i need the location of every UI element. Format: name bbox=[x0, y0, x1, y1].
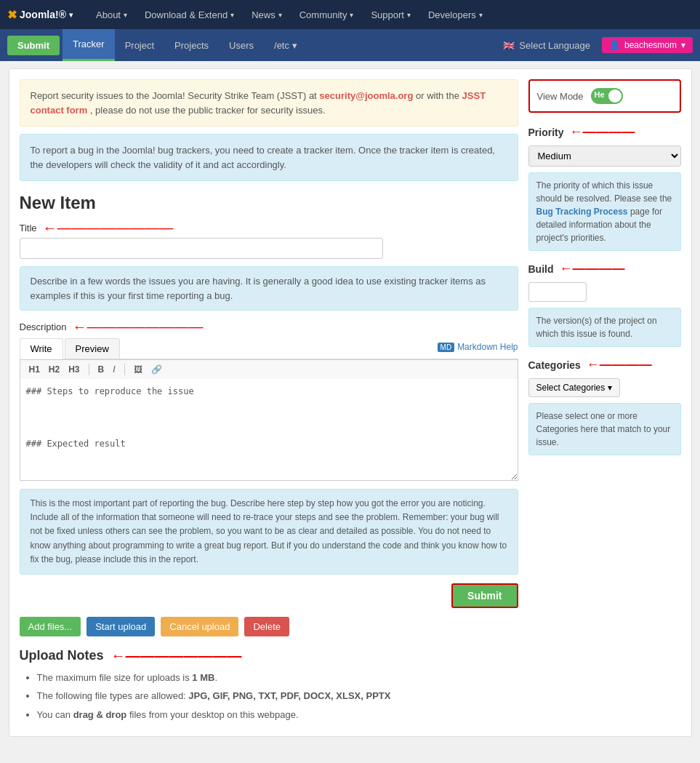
build-input[interactable] bbox=[528, 282, 587, 302]
info-alert: To report a bug in the Joomla! bug track… bbox=[20, 134, 518, 181]
toolbar-bold[interactable]: B bbox=[95, 363, 108, 376]
news-chevron: ▾ bbox=[278, 11, 282, 19]
desc-arrow: ←———————— bbox=[73, 319, 204, 334]
title-input[interactable] bbox=[20, 238, 383, 259]
toolbar-h2[interactable]: H2 bbox=[46, 363, 63, 376]
submit-button[interactable]: Submit bbox=[7, 36, 60, 55]
username-label: beachesmom bbox=[624, 40, 677, 50]
developers-chevron: ▾ bbox=[479, 11, 483, 19]
security-email[interactable]: security@joomla.org bbox=[319, 90, 413, 101]
title-label: Title bbox=[20, 223, 37, 233]
markdown-help-link[interactable]: MD Markdown Help bbox=[438, 342, 518, 355]
toolbar-image[interactable]: 🖼 bbox=[131, 363, 145, 376]
page-title: New Item bbox=[20, 193, 518, 213]
categories-select-btn[interactable]: Select Categories ▾ bbox=[528, 378, 621, 397]
priority-info: The priority of which this issue should … bbox=[528, 172, 681, 251]
toolbar-sep-2 bbox=[124, 364, 125, 375]
site-logo[interactable]: ✖ Joomla!® ▾ bbox=[7, 8, 73, 22]
subnav-etc[interactable]: /etc ▾ bbox=[264, 29, 307, 61]
user-chevron: ▾ bbox=[681, 40, 685, 50]
subnav-right: 🇬🇧 Select Language 👤 beachesmom ▾ bbox=[503, 37, 693, 53]
logo-text: Joomla!® bbox=[20, 9, 66, 20]
add-files-button[interactable]: Add files... bbox=[20, 617, 81, 636]
start-upload-button[interactable]: Start upload bbox=[87, 617, 155, 636]
desc-label-row: Description ←———————— bbox=[20, 319, 518, 334]
flag-icon: 🇬🇧 bbox=[503, 40, 515, 51]
upload-notes-arrow: ←———————— bbox=[111, 648, 242, 663]
tab-write[interactable]: Write bbox=[20, 338, 63, 359]
priority-title: Priority bbox=[528, 127, 564, 138]
toolbar-link[interactable]: 🔗 bbox=[148, 363, 165, 376]
upload-notes: Upload Notes ←———————— The maximum file … bbox=[20, 648, 518, 722]
security-alert: Report security issues to the Joomla! Se… bbox=[20, 79, 518, 127]
build-section: Build ←———— The version(s) of the projec… bbox=[528, 261, 681, 347]
upload-notes-list: The maximum file size for uploads is 1 M… bbox=[20, 671, 518, 722]
community-chevron: ▾ bbox=[350, 11, 353, 19]
info-text: To report a bug in the Joomla! bug track… bbox=[31, 145, 495, 170]
upload-note-1: The maximum file size for uploads is 1 M… bbox=[37, 671, 518, 685]
cancel-upload-button[interactable]: Cancel upload bbox=[161, 617, 238, 636]
upload-notes-title: Upload Notes bbox=[20, 648, 104, 663]
nav-developers[interactable]: Developers ▾ bbox=[419, 0, 491, 29]
tab-preview[interactable]: Preview bbox=[65, 338, 120, 359]
subnav-tracker[interactable]: Tracker bbox=[63, 29, 115, 61]
toolbar-h1[interactable]: H1 bbox=[26, 363, 43, 376]
categories-section: Categories ←———— Select Categories ▾ Ple… bbox=[528, 357, 681, 455]
desc-hint: This is the most important part of repor… bbox=[20, 489, 518, 575]
security-text-3: , please do not use the public tracker f… bbox=[90, 105, 326, 116]
description-editor[interactable]: ### Steps to reproduce the issue ### Exp… bbox=[20, 379, 518, 481]
markdown-icon: MD bbox=[438, 343, 455, 352]
priority-arrow: ←———— bbox=[570, 124, 635, 140]
editor-tabs: Write Preview MD Markdown Help bbox=[20, 338, 518, 359]
support-chevron: ▾ bbox=[407, 11, 411, 19]
toggle-track[interactable]: He bbox=[591, 88, 623, 104]
right-panel: View Mode He Priority ←———— bbox=[528, 79, 681, 726]
upload-note-2: The following file types are allowed: JP… bbox=[37, 689, 518, 703]
categories-info: Please select one or more Categories her… bbox=[528, 403, 681, 455]
subnav-users[interactable]: Users bbox=[219, 29, 264, 61]
categories-title: Categories bbox=[528, 359, 581, 371]
upload-buttons: Add files... Start upload Cancel upload … bbox=[20, 617, 518, 636]
title-arrow: ←———————— bbox=[43, 220, 174, 235]
lang-label: Select Language bbox=[519, 40, 590, 51]
title-label-row: Title ←———————— bbox=[20, 220, 518, 235]
nav-support[interactable]: Support ▾ bbox=[362, 0, 419, 29]
toolbar-italic[interactable]: I bbox=[110, 363, 118, 376]
toolbar-sep-1 bbox=[89, 364, 89, 375]
security-text-1: Report security issues to the Joomla! Se… bbox=[31, 90, 320, 101]
left-panel: Report security issues to the Joomla! Se… bbox=[20, 79, 518, 726]
language-selector[interactable]: 🇬🇧 Select Language bbox=[503, 40, 590, 51]
editor-toolbar: H1 H2 H3 B I 🖼 🔗 bbox=[20, 359, 518, 379]
subnav-project[interactable]: Project bbox=[115, 29, 164, 61]
download-chevron: ▾ bbox=[230, 11, 234, 19]
desc-label: Description bbox=[20, 321, 67, 332]
sub-navigation: Submit Tracker Project Projects Users /e… bbox=[0, 29, 700, 61]
submit-row: Submit bbox=[20, 583, 518, 608]
title-hint: Describe in a few words the issues you a… bbox=[20, 266, 518, 311]
user-badge[interactable]: 👤 beachesmom ▾ bbox=[602, 37, 693, 53]
categories-arrow: ←———— bbox=[587, 357, 652, 372]
build-title: Build bbox=[528, 263, 554, 275]
subnav-projects[interactable]: Projects bbox=[164, 29, 219, 61]
about-chevron: ▾ bbox=[124, 11, 127, 19]
bug-tracking-link[interactable]: Bug Tracking Process bbox=[536, 207, 628, 217]
toolbar-h3[interactable]: H3 bbox=[65, 363, 82, 376]
view-mode-label: View Mode bbox=[537, 91, 584, 102]
joomla-icon: ✖ bbox=[7, 8, 17, 22]
logo-dropdown-icon[interactable]: ▾ bbox=[69, 11, 73, 19]
delete-button[interactable]: Delete bbox=[244, 617, 289, 636]
categories-chevron: ▾ bbox=[608, 383, 612, 393]
nav-download[interactable]: Download & Extend ▾ bbox=[136, 0, 243, 29]
form-submit-button[interactable]: Submit bbox=[451, 583, 518, 608]
view-mode-toggle[interactable]: He bbox=[591, 88, 623, 104]
priority-select[interactable]: Medium Low High Critical bbox=[528, 145, 681, 167]
build-info: The version(s) of the project on which t… bbox=[528, 308, 681, 347]
view-mode-box: View Mode He bbox=[528, 79, 681, 113]
nav-about[interactable]: About ▾ bbox=[87, 0, 136, 29]
priority-section: Priority ←———— Medium Low High Critical … bbox=[528, 124, 681, 251]
upload-note-3: You can drag & drop files from your desk… bbox=[37, 708, 518, 722]
nav-news[interactable]: News ▾ bbox=[243, 0, 291, 29]
build-arrow: ←———— bbox=[560, 261, 625, 276]
nav-community[interactable]: Community ▾ bbox=[291, 0, 363, 29]
top-navigation: ✖ Joomla!® ▾ About ▾ Download & Extend ▾… bbox=[0, 0, 700, 29]
